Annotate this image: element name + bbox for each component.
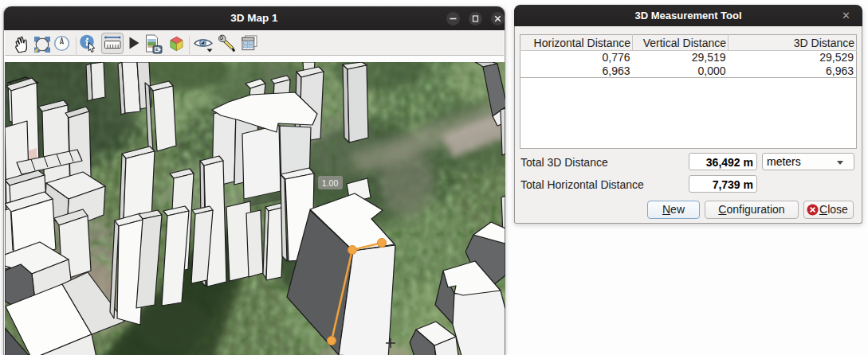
svg-text:1.00: 1.00 [322,178,339,188]
